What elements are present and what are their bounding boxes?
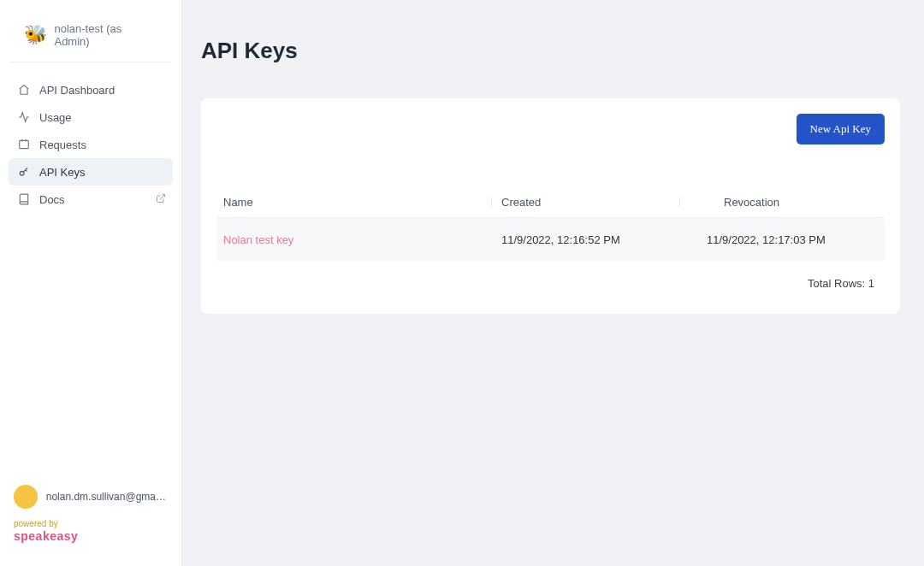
sidebar-item-label: Requests [39, 139, 86, 151]
api-key-name-link[interactable]: Nolan test key [223, 233, 501, 246]
main-content: API Keys New Api Key Name Created Revoca… [182, 0, 924, 566]
svg-rect-0 [20, 140, 29, 148]
sidebar-item-requests[interactable]: Requests [9, 131, 173, 158]
api-keys-card: New Api Key Name Created Revocation Nola… [201, 98, 900, 314]
sidebar-spacer [0, 213, 181, 478]
workspace-selector[interactable]: 🐝 nolan-test (as Admin) [10, 10, 171, 62]
api-key-revocation: 11/9/2022, 12:17:03 PM [690, 233, 878, 246]
column-header-name[interactable]: Name [223, 196, 501, 209]
powered-by-label: powered by [14, 519, 168, 529]
book-icon [17, 192, 31, 206]
sidebar-item-usage[interactable]: Usage [9, 103, 173, 131]
card-toolbar: New Api Key [216, 114, 885, 144]
workspace-name: nolan-test (as Admin) [54, 22, 157, 48]
column-header-created[interactable]: Created [501, 196, 690, 209]
column-header-revocation[interactable]: Revocation [690, 196, 878, 209]
avatar [14, 485, 38, 509]
api-keys-table: Name Created Revocation Nolan test key 1… [216, 187, 885, 293]
page-title: API Keys [201, 38, 900, 64]
key-icon [17, 165, 31, 179]
sidebar-item-api-keys[interactable]: API Keys [9, 158, 173, 186]
total-rows-value: 1 [868, 277, 874, 290]
table-footer: Total Rows: 1 [216, 262, 885, 293]
workspace-logo-icon: 🐝 [24, 23, 47, 47]
table-header: Name Created Revocation [216, 187, 885, 218]
powered-by: powered by speakeasy [0, 519, 181, 556]
requests-icon [17, 138, 31, 151]
sidebar-nav: API Dashboard Usage Requests API Keys [0, 76, 181, 213]
svg-line-2 [160, 194, 165, 199]
activity-icon [17, 110, 31, 124]
home-icon [17, 83, 31, 97]
total-rows-label: Total Rows: [808, 277, 865, 290]
api-key-created: 11/9/2022, 12:16:52 PM [501, 233, 690, 246]
sidebar-item-label: Docs [39, 193, 65, 206]
table-row[interactable]: Nolan test key 11/9/2022, 12:16:52 PM 11… [216, 218, 885, 262]
sidebar-item-label: Usage [39, 111, 72, 124]
svg-point-1 [20, 171, 24, 175]
sidebar-item-api-dashboard[interactable]: API Dashboard [9, 76, 173, 103]
brand-name: speakeasy [14, 529, 168, 544]
sidebar-item-label: API Keys [39, 166, 85, 179]
user-email: nolan.dm.sullivan@gmail... [46, 491, 168, 503]
external-link-icon [156, 193, 166, 206]
app-root: 🐝 nolan-test (as Admin) API Dashboard Us… [0, 0, 924, 566]
sidebar: 🐝 nolan-test (as Admin) API Dashboard Us… [0, 0, 182, 566]
new-api-key-button[interactable]: New Api Key [797, 114, 886, 144]
sidebar-item-docs[interactable]: Docs [9, 186, 173, 213]
sidebar-item-label: API Dashboard [39, 84, 115, 97]
user-account[interactable]: nolan.dm.sullivan@gmail... [0, 478, 181, 519]
